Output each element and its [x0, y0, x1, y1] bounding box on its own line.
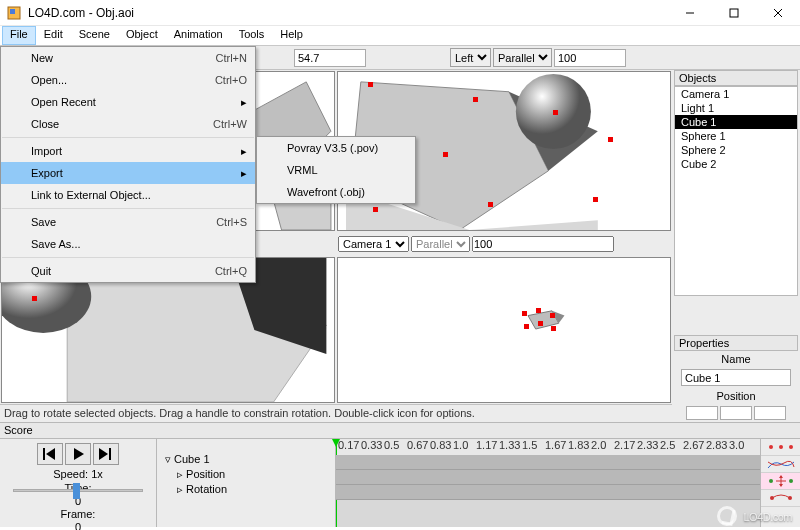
menu-help[interactable]: Help: [272, 26, 311, 45]
file-close[interactable]: CloseCtrl+W: [1, 113, 255, 135]
titlebar: LO4D.com - Obj.aoi: [0, 0, 800, 26]
score-title: Score: [0, 422, 800, 439]
app-icon: [6, 5, 22, 21]
right-panel: Objects Camera 1 Light 1 Cube 1 Sphere 1…: [672, 70, 800, 422]
speed-label: Speed: 1x: [53, 468, 103, 480]
properties-panel-title: Properties: [674, 335, 798, 351]
export-povray[interactable]: Povray V3.5 (.pov): [257, 137, 415, 159]
svg-rect-3: [730, 9, 738, 17]
frame-label: Frame:: [61, 508, 96, 520]
svg-point-22: [769, 445, 773, 449]
name-label: Name: [674, 351, 798, 367]
chevron-right-icon: ▸: [241, 167, 247, 180]
list-item[interactable]: Cube 2: [675, 157, 797, 171]
maximize-button[interactable]: [712, 0, 756, 26]
list-item[interactable]: Camera 1: [675, 87, 797, 101]
file-save-as[interactable]: Save As...: [1, 233, 255, 255]
file-menu-dropdown: NewCtrl+N Open...Ctrl+O Open Recent▸ Clo…: [0, 46, 256, 283]
list-item[interactable]: Sphere 1: [675, 129, 797, 143]
menubar: File Edit Scene Object Animation Tools H…: [0, 26, 800, 46]
curve-mode-icon[interactable]: [761, 456, 800, 473]
file-link-external[interactable]: Link to External Object...: [1, 184, 255, 206]
window-title: LO4D.com - Obj.aoi: [28, 6, 668, 20]
list-item[interactable]: Cube 1: [675, 115, 797, 129]
pos-z[interactable]: [754, 406, 786, 420]
svg-rect-1: [10, 9, 15, 14]
export-wavefront[interactable]: Wavefront (.obj): [257, 181, 415, 203]
rotate-handle[interactable]: [551, 326, 556, 331]
rotate-handle[interactable]: [593, 197, 598, 202]
projection-select[interactable]: Parallel: [493, 48, 552, 67]
file-open-recent[interactable]: Open Recent▸: [1, 91, 255, 113]
file-import[interactable]: Import▸: [1, 140, 255, 162]
zoom-input[interactable]: [554, 49, 626, 67]
menu-tools[interactable]: Tools: [231, 26, 273, 45]
camera-select[interactable]: Camera 1: [338, 236, 409, 252]
rotate-handle[interactable]: [550, 313, 555, 318]
play-button[interactable]: [65, 443, 91, 465]
file-open[interactable]: Open...Ctrl+O: [1, 69, 255, 91]
export-vrml[interactable]: VRML: [257, 159, 415, 181]
rotate-handle[interactable]: [373, 207, 378, 212]
watermark: LO4D.com: [717, 505, 792, 526]
name-input[interactable]: [681, 369, 791, 386]
svg-marker-19: [74, 448, 84, 460]
file-quit[interactable]: QuitCtrl+Q: [1, 260, 255, 282]
keyframe-mode-icon[interactable]: [761, 439, 800, 456]
position-label: Position: [674, 388, 798, 404]
svg-point-23: [779, 445, 783, 449]
rotate-handle[interactable]: [522, 311, 527, 316]
zoom-input-bottom[interactable]: [472, 236, 614, 252]
projection-select-bottom[interactable]: Parallel: [411, 236, 470, 252]
timeline-tracks[interactable]: 0.170.330.50.670.831.01.171.331.51.671.8…: [336, 439, 760, 527]
viewport-bottom-right[interactable]: [337, 257, 671, 403]
properties-panel: Name Position: [674, 351, 798, 422]
svg-marker-20: [99, 448, 108, 460]
rotate-handle[interactable]: [32, 296, 37, 301]
move-mode-icon[interactable]: [761, 473, 800, 490]
pos-y[interactable]: [720, 406, 752, 420]
rotate-handle[interactable]: [553, 110, 558, 115]
rotate-handle[interactable]: [608, 137, 613, 142]
svg-point-27: [769, 479, 773, 483]
menu-object[interactable]: Object: [118, 26, 166, 45]
svg-marker-18: [46, 448, 55, 460]
menu-scene[interactable]: Scene: [71, 26, 118, 45]
coord-input[interactable]: [294, 49, 366, 67]
chevron-right-icon: ▸: [241, 96, 247, 109]
file-export[interactable]: Export▸: [1, 162, 255, 184]
rotate-handle[interactable]: [368, 82, 373, 87]
svg-marker-26: [779, 484, 783, 487]
close-button[interactable]: [756, 0, 800, 26]
rotate-handle[interactable]: [488, 202, 493, 207]
menu-file[interactable]: File: [2, 26, 36, 45]
window-controls: [668, 0, 800, 26]
list-item[interactable]: Sphere 2: [675, 143, 797, 157]
file-save[interactable]: SaveCtrl+S: [1, 211, 255, 233]
next-frame-button[interactable]: [93, 443, 119, 465]
export-submenu: Povray V3.5 (.pov) VRML Wavefront (.obj): [256, 136, 416, 204]
timeline: Speed: 1x Time: 0 Frame: 0 ▿ Cube 1 ▹ Po…: [0, 439, 800, 527]
minimize-button[interactable]: [668, 0, 712, 26]
menu-edit[interactable]: Edit: [36, 26, 71, 45]
chevron-right-icon: ▸: [241, 145, 247, 158]
svg-rect-17: [43, 448, 45, 460]
rotate-handle[interactable]: [536, 308, 541, 313]
view-select[interactable]: Left: [450, 48, 491, 67]
list-item[interactable]: Light 1: [675, 101, 797, 115]
timeline-tree[interactable]: ▿ Cube 1 ▹ Position ▹ Rotation: [156, 439, 336, 527]
timeline-ruler[interactable]: 0.170.330.50.670.831.01.171.331.51.671.8…: [336, 439, 760, 455]
objects-list[interactable]: Camera 1 Light 1 Cube 1 Sphere 1 Sphere …: [674, 86, 798, 296]
file-new[interactable]: NewCtrl+N: [1, 47, 255, 69]
rotate-handle[interactable]: [538, 321, 543, 326]
pos-x[interactable]: [686, 406, 718, 420]
rotate-handle[interactable]: [524, 324, 529, 329]
prev-frame-button[interactable]: [37, 443, 63, 465]
rotate-handle[interactable]: [473, 97, 478, 102]
svg-marker-25: [779, 475, 783, 478]
menu-animation[interactable]: Animation: [166, 26, 231, 45]
rotate-handle[interactable]: [443, 152, 448, 157]
objects-panel-title: Objects: [674, 70, 798, 86]
svg-point-24: [789, 445, 793, 449]
svg-point-28: [789, 479, 793, 483]
